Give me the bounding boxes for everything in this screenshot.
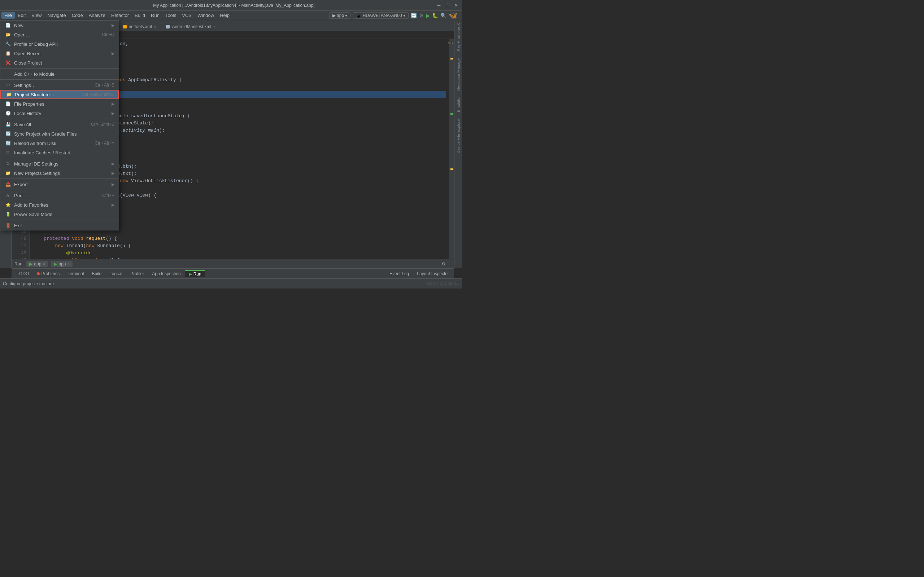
settings-icon: ⚙ [5,82,11,89]
title-bar: My Application [...\Android1\MyApplicati… [0,0,462,11]
close-run-2[interactable]: × [67,261,69,266]
minimize-button[interactable]: – [436,3,442,8]
menu-refactor[interactable]: Refactor [108,12,132,19]
close-project-icon: ❌ [5,60,11,66]
status-message: Configure project structure [3,281,54,286]
debug-icon[interactable]: 🐛 [432,13,438,18]
menu-item-project-structure[interactable]: 📁 Project Structure… Ctrl+Alt+Shift+S [0,90,119,99]
invalidate-icon: 🗑 [5,149,11,156]
tab-terminal[interactable]: Terminal [64,271,87,277]
menu-item-add-cpp[interactable]: Add C++ to Module [0,69,119,79]
menu-item-local-history[interactable]: 🕐 Local History ▶ [0,108,119,118]
menu-item-new-projects-settings[interactable]: 📁 New Projects Settings ▶ [0,168,119,178]
save-icon: 💾 [5,121,11,128]
tab-layout-inspector[interactable]: Layout Inspector [413,271,452,277]
menu-edit[interactable]: Edit [15,12,29,19]
menu-item-profile-debug-apk[interactable]: 🔧 Profile or Debug APK [0,39,119,49]
tab-logcat[interactable]: Logcat [106,271,126,277]
bird-logo: 🦋 [449,11,458,20]
build-icon[interactable]: ⚙ [419,13,424,18]
menu-item-exit[interactable]: 🚪 Exit [0,221,119,230]
menu-item-open-recent[interactable]: 📋 Open Recent ▶ [0,49,119,58]
search-icon[interactable]: 🔍 [440,13,446,18]
device-dropdown[interactable]: 📱 HUAWEI ANA-AN00 ▾ [353,12,409,19]
divider-3 [0,119,119,119]
print-icon: 🖨 [5,192,11,199]
menu-tools[interactable]: Tools [162,12,179,19]
local-history-icon: 🕐 [5,110,11,116]
close-tab-androidmanifest[interactable]: × [213,25,215,29]
close-button[interactable]: × [453,3,459,8]
open-icon: 📂 [5,31,11,38]
menu-item-new[interactable]: 📄 New ▶ [0,21,119,30]
menu-item-reload-disk[interactable]: 🔄 Reload All from Disk Ctrl+Alt+Y [0,139,119,148]
new-icon: 📄 [5,22,11,29]
tab-app-inspection[interactable]: App Inspection [149,271,184,277]
warning-scrollbar[interactable]: ⚠8^ [449,39,454,268]
tab-profiler[interactable]: Profiler [127,271,148,277]
cpp-icon [5,71,11,77]
project-structure-icon: 📁 [5,91,12,98]
emulator-tool[interactable]: Emulator [456,93,461,115]
menu-item-close-project[interactable]: ❌ Close Project [0,58,119,68]
menu-item-power-save[interactable]: 🔋 Power Save Mode [0,210,119,219]
menu-item-manage-ide[interactable]: ⚙ Manage IDE Settings ▶ [0,159,119,168]
menu-window[interactable]: Window [195,12,217,19]
right-tool-panels: Key Promoter X Resource Manager Emulator… [454,20,462,268]
tab-problems[interactable]: Problems [33,271,63,277]
menu-bar: File Edit View Navigate Code Analyze Ref… [0,11,462,20]
divider-4 [0,158,119,158]
divider-5 [0,179,119,179]
status-bar: Configure project structure CSDN @网络20..… [0,279,462,288]
menu-run[interactable]: Run [148,12,162,19]
menu-item-save-all[interactable]: 💾 Save All Ctrl+Shift+S [0,120,119,129]
run-app-tab-1[interactable]: ▶ app × [26,261,48,267]
maximize-button[interactable]: □ [445,3,451,8]
title-bar-controls[interactable]: – □ × [436,3,459,8]
tab-build[interactable]: Build [89,271,105,277]
device-file-tool[interactable]: Device File Explorer [456,115,461,156]
menu-item-settings[interactable]: ⚙ Settings… Ctrl+Alt+S [0,81,119,90]
run-config-dropdown[interactable]: ▶ app ▾ [329,12,351,19]
menu-item-file-properties[interactable]: 📄 File Properties ▶ [0,99,119,108]
power-save-icon: 🔋 [5,211,11,218]
run-icon[interactable]: ▶ [426,13,430,18]
menu-item-print[interactable]: 🖨 Print… Ctrl+P [0,191,119,200]
menu-item-open[interactable]: 📂 Open… Ctrl+O [0,30,119,39]
menu-vcs[interactable]: VCS [179,12,195,19]
key-promoter-tool[interactable]: Key Promoter X [456,20,461,54]
sync-icon[interactable]: 🔄 [411,13,417,18]
reload-icon: 🔄 [5,140,11,147]
menu-item-add-favorites[interactable]: ⭐ Add to Favorites ▶ [0,200,119,210]
menu-item-invalidate-caches[interactable]: 🗑 Invalidate Caches / Restart… [0,148,119,157]
recent-icon: 📋 [5,50,11,56]
tab-todo[interactable]: TODO [13,271,32,277]
bottom-tabs: TODO Problems Terminal Build Logcat Prof… [11,268,454,279]
menu-build[interactable]: Build [132,12,148,19]
new-projects-icon: 📁 [5,170,11,176]
menu-code[interactable]: Code [69,12,86,19]
close-run-1[interactable]: × [43,261,45,266]
title-bar-title: My Application [...\Android1\MyApplicati… [32,3,436,8]
run-minimize-icon[interactable]: – [449,261,451,266]
tab-androidmanifest[interactable]: AndroidManifest.xml × [162,23,220,31]
run-settings-icon[interactable]: ⚙ [442,261,446,266]
tab-run[interactable]: ▶ Run [185,270,205,277]
tab-nettools[interactable]: nettools.xml × [118,23,161,31]
favorites-icon: ⭐ [5,201,11,208]
exit-icon: 🚪 [5,222,11,229]
resource-manager-tool[interactable]: Resource Manager [456,54,461,94]
menu-view[interactable]: View [29,12,44,19]
divider-6 [0,190,119,190]
menu-analyze[interactable]: Analyze [86,12,108,19]
menu-file[interactable]: File [2,12,15,19]
menu-item-export[interactable]: 📤 Export ▶ [0,180,119,189]
close-tab-nettools[interactable]: × [154,25,156,29]
run-icon: ▶ [189,272,192,277]
run-app-tab-2[interactable]: ▶ app × [51,261,73,267]
menu-item-sync-gradle[interactable]: 🔄 Sync Project with Gradle Files [0,129,119,139]
menu-navigate[interactable]: Navigate [44,12,69,19]
csdn-watermark: CSDN @网络20... [427,281,459,286]
menu-help[interactable]: Help [217,12,233,19]
tab-event-log[interactable]: Event Log [386,271,412,277]
